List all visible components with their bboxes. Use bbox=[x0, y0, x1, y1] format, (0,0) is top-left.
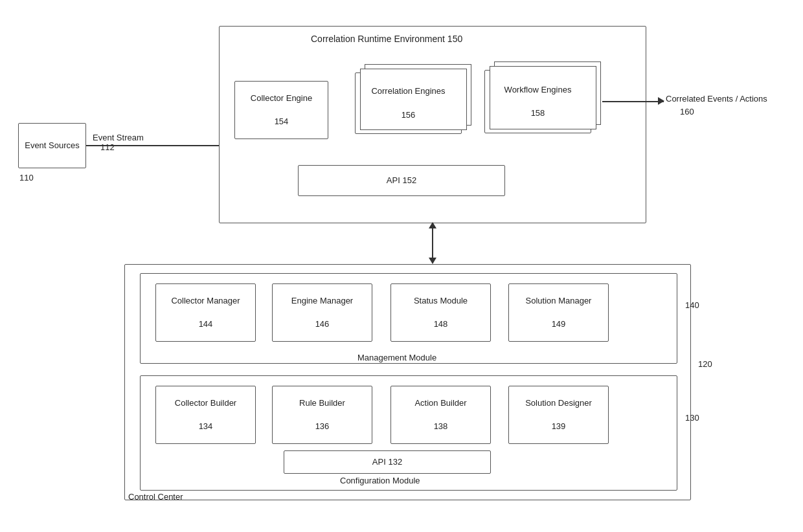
arrow-cre-to-output bbox=[602, 101, 664, 102]
management-module-number: 140 bbox=[685, 300, 699, 310]
correlation-engines-box: Correlation Engines 156 bbox=[355, 72, 462, 134]
status-module-box: Status Module 148 bbox=[390, 283, 491, 342]
control-center-number: 120 bbox=[698, 359, 712, 369]
collector-builder-box: Collector Builder 134 bbox=[155, 386, 256, 444]
configuration-module-label: Configuration Module bbox=[340, 476, 420, 485]
correlated-events-label: Correlated Events / Actions 160 bbox=[666, 93, 767, 118]
configuration-module-number: 130 bbox=[685, 413, 699, 423]
solution-manager-box: Solution Manager 149 bbox=[508, 283, 609, 342]
cre-label: Correlation Runtime Environment 150 bbox=[311, 34, 462, 44]
api-132-box: API 132 bbox=[284, 450, 491, 474]
dbl-arrow-down bbox=[429, 258, 436, 264]
event-stream-label: Event Stream 112 bbox=[93, 133, 144, 152]
event-sources-box: Event Sources bbox=[18, 123, 86, 168]
action-builder-box: Action Builder 138 bbox=[390, 386, 491, 444]
solution-designer-box: Solution Designer 139 bbox=[508, 386, 609, 444]
dbl-arrow-line bbox=[432, 228, 433, 260]
event-sources-number: 110 bbox=[19, 173, 34, 183]
engine-manager-box: Engine Manager 146 bbox=[272, 283, 372, 342]
rule-builder-box: Rule Builder 136 bbox=[272, 386, 372, 444]
arrow-event-to-cre bbox=[86, 145, 229, 146]
dbl-arrow-up bbox=[429, 222, 436, 228]
control-center-label: Control Center bbox=[128, 492, 183, 502]
workflow-engines-box: Workflow Engines 158 bbox=[484, 70, 591, 133]
event-sources-label: Event Sources bbox=[25, 140, 80, 151]
diagram: Event Sources 110 Event Stream 112 Corre… bbox=[0, 0, 803, 532]
api-152-box: API 152 bbox=[298, 165, 505, 196]
management-module-label: Management Module bbox=[357, 353, 436, 362]
arrowhead-cre-output bbox=[658, 97, 664, 105]
collector-engine-box: Collector Engine 154 bbox=[234, 81, 328, 139]
collector-manager-box: Collector Manager 144 bbox=[155, 283, 256, 342]
